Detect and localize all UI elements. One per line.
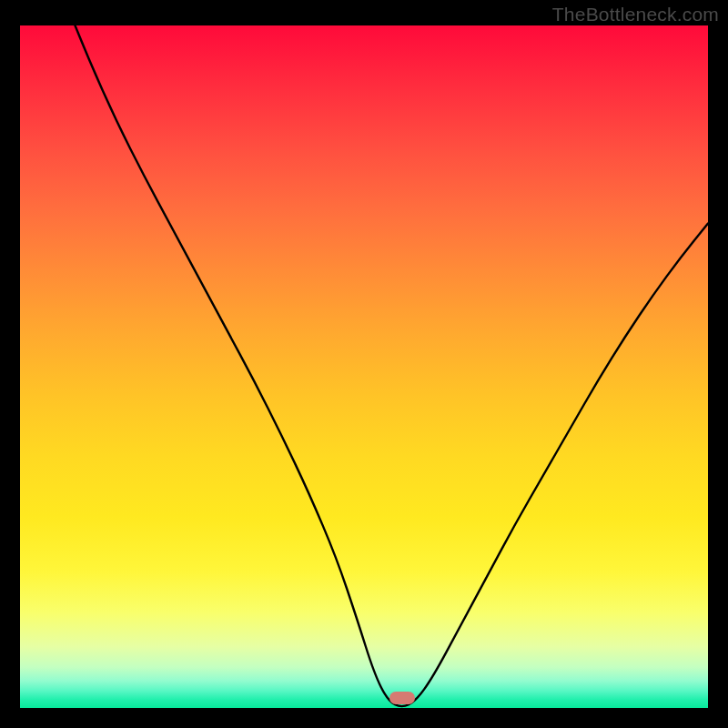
chart-frame: TheBottleneck.com — [0, 0, 728, 728]
optimum-marker — [389, 692, 415, 704]
bottleneck-curve — [20, 25, 708, 708]
plot-area — [20, 25, 708, 708]
curve-path — [75, 25, 708, 706]
watermark-label: TheBottleneck.com — [552, 4, 719, 25]
